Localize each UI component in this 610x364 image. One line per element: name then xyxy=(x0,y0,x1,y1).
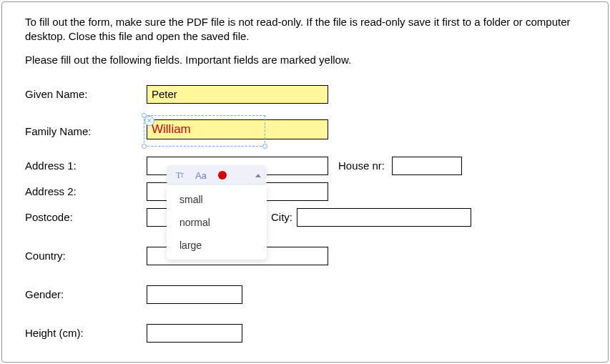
form-body: Given Name: Family Name: ✕ Address 1: xyxy=(25,82,585,346)
label-city: City: xyxy=(271,211,292,223)
input-family-name[interactable] xyxy=(152,122,259,137)
input-height[interactable] xyxy=(147,324,242,343)
resize-handle-se[interactable] xyxy=(262,144,267,149)
instructions: To fill out the form, make sure the PDF … xyxy=(25,15,585,67)
label-height: Height (cm): xyxy=(25,327,147,339)
row-gender: Gender: xyxy=(25,282,585,308)
label-address-1: Address 1: xyxy=(25,159,147,172)
input-gender[interactable] xyxy=(147,285,242,304)
option-large[interactable]: large xyxy=(167,234,267,257)
family-name-cell: ✕ xyxy=(147,119,328,144)
row-given-name: Given Name: xyxy=(25,82,585,107)
caret-up-icon[interactable] xyxy=(255,174,261,177)
row-address-2: Address 2: xyxy=(25,182,585,202)
label-address-2: Address 2: xyxy=(25,185,147,197)
row-postcode-city: Postcode: City: xyxy=(25,207,585,227)
instructions-line-1: To fill out the form, make sure the PDF … xyxy=(25,15,585,44)
label-given-name: Given Name: xyxy=(25,88,147,100)
resize-handle-sw[interactable] xyxy=(142,144,147,149)
font-family-icon[interactable]: TT xyxy=(172,168,187,182)
font-size-icon[interactable]: Aa xyxy=(194,168,208,182)
form-frame: To fill out the form, make sure the PDF … xyxy=(1,1,609,363)
input-house-nr[interactable] xyxy=(392,157,462,175)
resize-handle-nw[interactable] xyxy=(142,113,147,118)
input-family-name-bg xyxy=(147,119,328,139)
label-family-name: Family Name: xyxy=(25,125,147,137)
label-country: Country: xyxy=(25,250,147,262)
option-small[interactable]: small xyxy=(167,188,267,211)
label-gender: Gender: xyxy=(25,288,147,300)
row-address-1: Address 1: House nr: xyxy=(25,156,585,176)
label-postcode: Postcode: xyxy=(25,211,147,223)
input-given-name[interactable] xyxy=(147,85,328,104)
text-toolbar: TT Aa xyxy=(167,165,267,185)
input-city[interactable] xyxy=(297,208,471,227)
label-house-nr: House nr: xyxy=(338,159,385,172)
row-country: Country: xyxy=(25,243,585,269)
row-height: Height (cm): xyxy=(25,320,585,346)
font-size-dropdown: small normal large xyxy=(167,185,267,260)
option-normal[interactable]: normal xyxy=(167,211,267,234)
color-swatch-icon[interactable] xyxy=(215,168,230,182)
row-family-name: Family Name: ✕ xyxy=(25,119,585,144)
instructions-line-2: Please fill out the following fields. Im… xyxy=(25,53,585,67)
